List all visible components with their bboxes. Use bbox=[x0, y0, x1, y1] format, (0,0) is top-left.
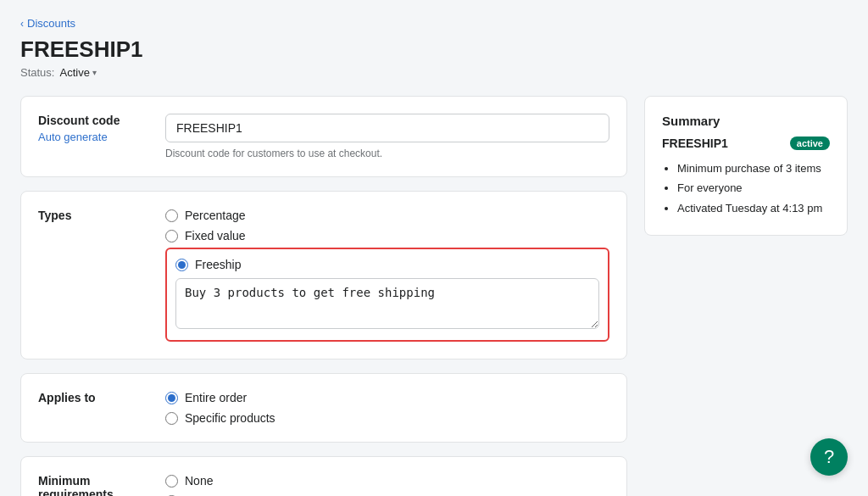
types-radio-group: Percentage Fixed value bbox=[165, 209, 609, 242]
status-value: Active bbox=[59, 66, 89, 79]
types-content: Percentage Fixed value Free bbox=[165, 209, 609, 342]
min-req-label2: requirements bbox=[38, 488, 114, 496]
discount-code-label-col: Discount code Auto generate bbox=[38, 114, 148, 143]
min-req-none-label: None bbox=[185, 474, 213, 488]
left-column: Discount code Auto generate Discount cod… bbox=[20, 96, 627, 496]
summary-item-2: Activated Tuesday at 4:13 pm bbox=[677, 198, 830, 218]
status-dropdown[interactable]: Active ▾ bbox=[59, 66, 96, 79]
discount-code-label: Discount code bbox=[38, 114, 120, 127]
applies-to-radio-group: Entire order Specific products bbox=[165, 391, 609, 425]
applies-specific[interactable]: Specific products bbox=[165, 411, 609, 425]
discount-code-input[interactable] bbox=[165, 114, 609, 142]
applies-entire-radio[interactable] bbox=[165, 392, 178, 404]
type-fixed-radio[interactable] bbox=[165, 230, 178, 242]
fab-button[interactable]: ? bbox=[810, 438, 848, 476]
breadcrumb[interactable]: ‹ Discounts bbox=[20, 17, 848, 30]
page: ‹ Discounts FREESHIP1 Status: Active ▾ D… bbox=[0, 0, 868, 496]
type-percentage[interactable]: Percentage bbox=[165, 209, 609, 222]
min-req-radio-group: None Minimum purchase amount ($) Minimum… bbox=[165, 474, 609, 496]
min-req-content: None Minimum purchase amount ($) Minimum… bbox=[165, 474, 609, 496]
fab-icon: ? bbox=[824, 448, 834, 466]
freeship-label-row: Freeship bbox=[175, 258, 599, 271]
discount-code-content: Discount code for customers to use at ch… bbox=[165, 114, 609, 159]
discount-code-section: Discount code Auto generate Discount cod… bbox=[38, 114, 609, 159]
discount-code-card: Discount code Auto generate Discount cod… bbox=[20, 96, 627, 177]
types-label: Types bbox=[38, 209, 148, 222]
auto-generate-link[interactable]: Auto generate bbox=[38, 131, 148, 143]
type-fixed[interactable]: Fixed value bbox=[165, 229, 609, 242]
right-column: Summary FREESHIP1 active Minimum purchas… bbox=[644, 96, 848, 236]
summary-active-badge: active bbox=[790, 137, 830, 150]
applies-to-label: Applies to bbox=[38, 391, 148, 404]
discount-code-hint: Discount code for customers to use at ch… bbox=[165, 148, 609, 159]
type-percentage-label: Percentage bbox=[185, 209, 246, 222]
min-req-label-col: Minimum requirements bbox=[38, 474, 148, 496]
summary-list: Minimum purchase of 3 items For everyone… bbox=[662, 159, 830, 218]
page-title: FREESHIP1 bbox=[20, 36, 848, 63]
type-freeship-label: Freeship bbox=[195, 258, 241, 271]
min-req-card: Minimum requirements None Minimum purcha… bbox=[20, 456, 627, 496]
back-chevron-icon: ‹ bbox=[20, 18, 24, 30]
type-fixed-label: Fixed value bbox=[185, 229, 246, 242]
applies-to-section: Applies to Entire order Specific product… bbox=[38, 391, 609, 425]
applies-specific-radio[interactable] bbox=[165, 412, 178, 425]
min-req-section: Minimum requirements None Minimum purcha… bbox=[38, 474, 609, 496]
min-req-none-radio[interactable] bbox=[165, 475, 178, 488]
applies-entire-label: Entire order bbox=[185, 391, 247, 404]
type-freeship-radio[interactable] bbox=[175, 259, 188, 271]
breadcrumb-label: Discounts bbox=[27, 17, 75, 30]
applies-to-card: Applies to Entire order Specific product… bbox=[20, 373, 627, 443]
types-section: Types Percentage Fixed value bbox=[38, 209, 609, 342]
summary-item-1: For everyone bbox=[677, 178, 830, 198]
applies-entire[interactable]: Entire order bbox=[165, 391, 609, 404]
summary-item-0: Minimum purchase of 3 items bbox=[677, 159, 830, 178]
applies-to-content: Entire order Specific products bbox=[165, 391, 609, 425]
status-row: Status: Active ▾ bbox=[20, 66, 848, 79]
summary-code-row: FREESHIP1 active bbox=[662, 137, 830, 150]
main-layout: Discount code Auto generate Discount cod… bbox=[20, 96, 848, 496]
min-req-label: Minimum bbox=[38, 474, 90, 488]
summary-code: FREESHIP1 bbox=[662, 137, 728, 150]
type-percentage-radio[interactable] bbox=[165, 209, 178, 222]
freeship-textarea[interactable]: Buy 3 products to get free shipping bbox=[175, 278, 599, 329]
freeship-highlighted-box: Freeship Buy 3 products to get free ship… bbox=[165, 248, 609, 342]
summary-title: Summary bbox=[662, 114, 830, 128]
type-freeship[interactable]: Freeship bbox=[175, 258, 241, 271]
status-chevron-icon: ▾ bbox=[92, 68, 97, 77]
applies-specific-label: Specific products bbox=[185, 411, 275, 425]
types-card: Types Percentage Fixed value bbox=[20, 191, 627, 359]
min-req-none[interactable]: None bbox=[165, 474, 609, 488]
status-text-label: Status: bbox=[20, 66, 54, 79]
summary-card: Summary FREESHIP1 active Minimum purchas… bbox=[644, 96, 848, 236]
